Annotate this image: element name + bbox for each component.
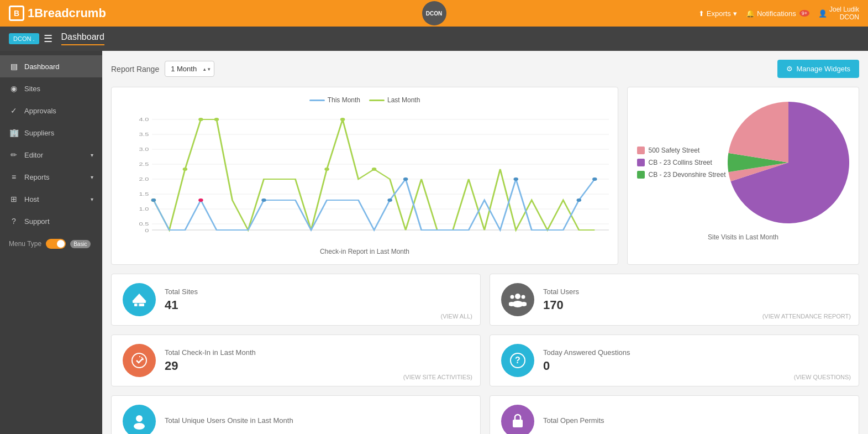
svg-text:0.5: 0.5: [139, 221, 149, 227]
gear-icon: ⚙: [786, 65, 793, 73]
svg-point-20: [198, 118, 203, 121]
line-chart-title: Check-in Report in Last Month: [120, 248, 609, 255]
secondary-navbar: DCON . ☰ Dashboard: [0, 27, 868, 51]
svg-rect-36: [137, 304, 139, 306]
exports-chevron-icon: ▾: [733, 9, 737, 18]
user-info: Joel Ludik DCON: [829, 6, 859, 21]
svg-text:3.5: 3.5: [139, 132, 149, 137]
checkin-info: Total Check-In in Last Month 29: [165, 348, 469, 373]
checkin-icon: [123, 344, 156, 377]
svg-point-23: [340, 118, 345, 121]
hamburger-icon[interactable]: ☰: [44, 33, 52, 45]
svg-rect-33: [133, 301, 146, 303]
reports-icon: ≡: [9, 172, 19, 181]
questions-link[interactable]: (VIEW QUESTIONS): [794, 374, 851, 380]
menu-type-toggle[interactable]: [46, 239, 66, 249]
sidebar-item-sites[interactable]: ◉ Sites: [0, 77, 102, 100]
notifications-button[interactable]: 🔔 Notifications 9+: [746, 9, 809, 18]
chart-legend: This Month Last Month: [120, 96, 609, 104]
pie-legend-item-0: 500 Safety Street: [637, 147, 725, 154]
total-users-icon: [501, 283, 534, 316]
suppliers-icon: 🏢: [9, 128, 19, 137]
pie-container: 500 Safety Street CB - 23 Collins Street…: [636, 96, 850, 229]
checkin-link[interactable]: (VIEW SITE ACTIVITIES): [403, 374, 472, 380]
svg-text:3.0: 3.0: [139, 147, 149, 152]
stats-row-1: Total Sites 41 (VIEW ALL): [111, 274, 859, 326]
sidebar: ▤ Dashboard ◉ Sites ✓ Approvals 🏢 Suppli…: [0, 51, 102, 434]
charts-row: This Month Last Month: [111, 87, 859, 265]
dashboard-icon: ▤: [9, 62, 19, 71]
stats-row-2: Total Check-In in Last Month 29 (VIEW SI…: [111, 334, 859, 386]
host-chevron-icon: ▾: [91, 196, 93, 202]
svg-text:?: ?: [515, 355, 520, 365]
pie-chart-card: 500 Safety Street CB - 23 Collins Street…: [627, 87, 859, 265]
total-sites-label: Total Sites: [165, 287, 469, 296]
legend-last-month-color: [369, 100, 385, 101]
sidebar-item-support[interactable]: ? Support: [0, 210, 102, 232]
total-sites-info: Total Sites 41: [165, 287, 469, 312]
legend-this-month-color: [309, 100, 325, 101]
center-logo: DCON: [422, 1, 446, 25]
unique-users-label: Total Unique Users Onsite in Last Month: [165, 416, 469, 425]
menu-type-section: Menu Type Basic: [0, 232, 102, 255]
svg-point-31: [577, 198, 582, 202]
pie-color-2: [637, 171, 645, 179]
exports-button[interactable]: ⬆ Exports ▾: [698, 9, 737, 18]
svg-point-27: [261, 198, 266, 202]
total-users-link[interactable]: (VIEW ATTENDANCE REPORT): [762, 313, 851, 320]
editor-icon: ✏: [9, 150, 19, 159]
pie-color-0: [637, 147, 645, 154]
pie-legend: 500 Safety Street CB - 23 Collins Street…: [637, 147, 725, 179]
page-title: Dashboard: [61, 32, 104, 45]
svg-point-46: [136, 415, 143, 422]
svg-point-39: [511, 295, 514, 299]
questions-icon: ?: [501, 344, 534, 377]
sidebar-item-editor[interactable]: ✏ Editor ▾: [0, 144, 102, 166]
svg-rect-48: [513, 420, 523, 427]
stat-card-total-users: Total Users 170 (VIEW ATTENDANCE REPORT): [490, 274, 859, 326]
main-content: Report Range 1 Month 3 Months 6 Months 1…: [102, 51, 868, 434]
legend-this-month: This Month: [309, 96, 360, 104]
questions-info: Today Answered Questions 0: [543, 348, 848, 373]
stat-card-open-permits: Total Open Permits: [490, 395, 859, 434]
line-chart-card: This Month Last Month: [111, 87, 618, 265]
questions-value: 0: [543, 359, 848, 373]
svg-text:1.0: 1.0: [139, 206, 149, 212]
svg-point-43: [132, 353, 146, 368]
stat-card-total-sites: Total Sites 41 (VIEW ALL): [111, 274, 481, 326]
svg-point-37: [515, 294, 520, 299]
sidebar-item-dashboard[interactable]: ▤ Dashboard: [0, 55, 102, 77]
editor-chevron-icon: ▾: [91, 152, 93, 158]
reports-chevron-icon: ▾: [91, 174, 93, 180]
pie-legend-item-1: CB - 23 Collins Street: [637, 159, 725, 166]
user-menu-button[interactable]: 👤 Joel Ludik DCON: [818, 6, 859, 21]
sidebar-item-host[interactable]: ⊞ Host ▾: [0, 188, 102, 210]
sites-icon: ◉: [9, 84, 19, 93]
total-sites-link[interactable]: (VIEW ALL): [441, 313, 472, 320]
svg-point-24: [372, 168, 377, 171]
stat-card-unique-users: Total Unique Users Onsite in Last Month: [111, 395, 481, 434]
sidebar-item-suppliers[interactable]: 🏢 Suppliers: [0, 122, 102, 144]
svg-text:2.5: 2.5: [139, 161, 149, 167]
sidebar-item-approvals[interactable]: ✓ Approvals: [0, 100, 102, 122]
notification-badge: 9+: [799, 10, 809, 17]
app-logo: B 1Breadcrumb: [9, 6, 106, 21]
total-users-label: Total Users: [543, 287, 848, 296]
dcon-badge[interactable]: DCON .: [9, 33, 39, 44]
line-chart-svg: 4.0 3.5 3.0 2.5 2.0 1.5 1.0 0.5 0: [120, 108, 609, 241]
report-range-select[interactable]: 1 Month 3 Months 6 Months 1 Year: [165, 61, 214, 77]
open-permits-info: Total Open Permits: [543, 416, 848, 427]
open-permits-label: Total Open Permits: [543, 416, 848, 425]
host-icon: ⊞: [9, 195, 19, 203]
top-navbar: B 1Breadcrumb DCON ⬆ Exports ▾ 🔔 Notific…: [0, 0, 868, 27]
stat-card-questions: ? Today Answered Questions 0 (VIEW QUEST…: [490, 334, 859, 386]
bell-icon: 🔔: [746, 9, 755, 18]
manage-widgets-button[interactable]: ⚙ Manage Widgets: [777, 60, 859, 78]
stat-card-checkin: Total Check-In in Last Month 29 (VIEW SI…: [111, 334, 481, 386]
sidebar-item-reports[interactable]: ≡ Reports ▾: [0, 166, 102, 188]
unique-users-icon: [123, 405, 156, 434]
pie-chart-title: Site Visits in Last Month: [636, 233, 850, 241]
total-users-info: Total Users 170: [543, 287, 848, 312]
stats-row-3: Total Unique Users Onsite in Last Month …: [111, 395, 859, 434]
support-icon: ?: [9, 217, 19, 226]
